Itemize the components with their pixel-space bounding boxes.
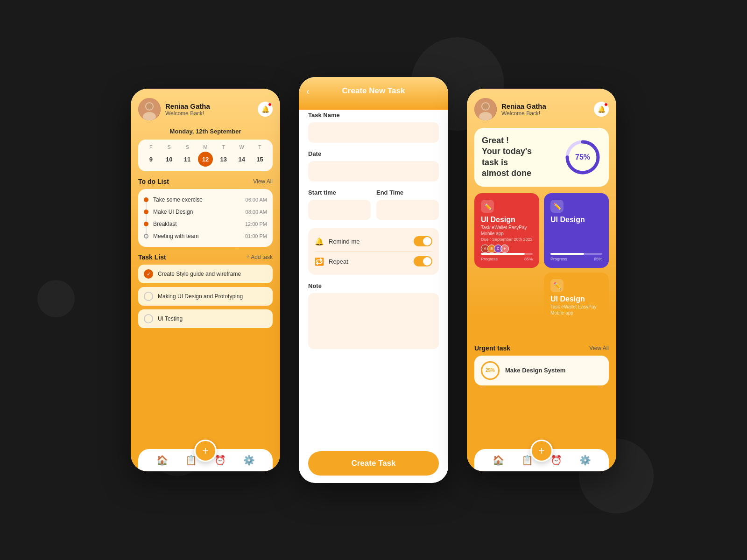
todo-item-3[interactable]: Meeting with team 01:00 PM <box>144 230 267 242</box>
cal-day-5[interactable]: W <box>234 144 249 150</box>
todo-view-all[interactable]: View All <box>253 178 273 185</box>
nav-settings-icon[interactable]: ⚙️ <box>243 455 255 466</box>
time-row: Start time End Time <box>308 189 439 220</box>
phone2-header: ‹ Create New Task <box>299 77 448 110</box>
urgent-circle: 25% <box>481 361 500 380</box>
task-card-red[interactable]: ✏️ UI Design Task eWallet EasyPay Mobile… <box>474 193 539 268</box>
todo-dot-3 <box>144 234 148 238</box>
tc-title-yellow: UI Design <box>550 295 602 303</box>
back-button[interactable]: ‹ <box>306 86 310 97</box>
phone1: Reniaa Gatha Welcome Back! 🔔 Monday, 12t… <box>131 89 280 471</box>
todo-name-3: Meeting with team <box>153 233 245 239</box>
repeat-icon: 🔁 <box>315 257 324 266</box>
task-item-0[interactable]: ✓ Create Style guide and wireframe <box>138 265 273 283</box>
nav-plus-button[interactable]: + <box>194 440 217 462</box>
task-check-1[interactable] <box>144 292 153 301</box>
progress-label-red: Progress <box>481 257 498 261</box>
start-time-input[interactable] <box>308 200 371 220</box>
user-name: Reniaa Gatha <box>165 102 258 110</box>
add-task-link[interactable]: + Add task <box>247 254 273 260</box>
progress-circle: 75% <box>564 139 601 176</box>
todo-section-header: To do List View All <box>138 178 273 185</box>
task-card-yellow[interactable]: ✏️ UI Design Task eWallet EasyPay Mobile… <box>544 273 609 338</box>
todo-item-1[interactable]: Make UI Design 08:00 AM <box>144 206 267 218</box>
page-title: Create New Task <box>342 86 405 96</box>
user-info3: Reniaa Gatha Welcome Back! <box>501 102 594 117</box>
user-name3: Reniaa Gatha <box>501 102 594 110</box>
repeat-toggle[interactable] <box>414 256 432 266</box>
cal-date-15[interactable]: 15 <box>252 152 267 167</box>
nav-tasks-icon[interactable]: 📋 <box>185 455 197 466</box>
progress-percent: 75% <box>575 153 590 161</box>
tc-title-red: UI Design <box>481 216 533 224</box>
urgent-view-all[interactable]: View All <box>589 345 609 351</box>
todo-item-2[interactable]: Breakfast 12:00 PM <box>144 218 267 230</box>
tc-icon-red: ✏️ <box>481 200 494 213</box>
remind-toggle[interactable] <box>414 236 432 246</box>
note-input[interactable] <box>308 293 439 349</box>
cal-date-11[interactable]: 11 <box>180 152 195 167</box>
task-card-purple[interactable]: ✏️ UI Design Progress 65% <box>544 193 609 268</box>
nav3-plus-button[interactable]: + <box>530 440 553 462</box>
tc-icon-purple: ✏️ <box>550 200 564 213</box>
todo-time-0: 06:00 AM <box>246 197 267 203</box>
cal-day-2[interactable]: S <box>180 144 195 150</box>
bottom-nav: 🏠 📋 + ⏰ ⚙️ <box>138 449 273 471</box>
phone1-header: Reniaa Gatha Welcome Back! 🔔 <box>138 98 273 120</box>
bell-dot <box>268 103 272 106</box>
cal-date-10[interactable]: 10 <box>162 152 176 167</box>
task-check-2[interactable] <box>144 314 153 323</box>
phone3-header: Reniaa Gatha Welcome Back! 🔔 <box>474 98 609 120</box>
bell-button3[interactable]: 🔔 <box>594 102 609 117</box>
nav3-tasks-icon[interactable]: 📋 <box>521 455 533 466</box>
create-task-form: Task Name Date Start time End Time 🔔 Rem… <box>299 100 448 444</box>
todo-item-0[interactable]: Take some exercise 06:00 AM <box>144 194 267 206</box>
todo-time-3: 01:00 PM <box>245 233 267 239</box>
user-info: Reniaa Gatha Welcome Back! <box>165 102 258 117</box>
task-label-2: UI Testing <box>158 315 183 322</box>
progress-meta-purple: Progress 65% <box>550 257 602 261</box>
urgent-title: Urgent task <box>474 344 510 352</box>
nav-home-icon[interactable]: 🏠 <box>156 455 168 466</box>
cal-day-1[interactable]: S <box>162 144 176 150</box>
todo-time-1: 08:00 AM <box>246 209 267 215</box>
end-time-label: End Time <box>376 189 439 196</box>
bell-button[interactable]: 🔔 <box>258 102 273 117</box>
svg-point-7 <box>482 103 489 110</box>
task-list-title: Task List <box>138 253 166 261</box>
cal-day-3[interactable]: M <box>198 144 213 150</box>
cal-day-6[interactable]: T <box>252 144 267 150</box>
cal-day-4[interactable]: T <box>216 144 231 150</box>
nav-clock-icon[interactable]: ⏰ <box>214 455 226 466</box>
task-item-1[interactable]: Making UI Design and Prototyping <box>138 287 273 306</box>
date-input[interactable] <box>308 161 439 182</box>
tc-sub-yellow: Task eWallet EasyPay <box>550 304 602 309</box>
task-check-0[interactable]: ✓ <box>144 269 153 279</box>
tc-icon-yellow: ✏️ <box>550 279 564 292</box>
cal-day-0[interactable]: F <box>143 144 158 150</box>
progress-text: Great !Your today'stask isalmost done <box>482 135 532 179</box>
cal-date-12[interactable]: 12 <box>198 152 213 167</box>
cal-date-9[interactable]: 9 <box>143 152 158 167</box>
task-cards-grid: ✏️ UI Design Task eWallet EasyPay Mobile… <box>474 193 609 338</box>
nav3-home-icon[interactable]: 🏠 <box>493 455 504 466</box>
end-time-input[interactable] <box>376 200 439 220</box>
cal-date-13[interactable]: 13 <box>216 152 231 167</box>
progress-card: Great !Your today'stask isalmost done 75… <box>474 128 609 187</box>
progress-fill-purple <box>550 253 584 255</box>
nav3-clock-icon[interactable]: ⏰ <box>550 455 562 466</box>
tc-avatars-red: A B C + <box>481 245 533 253</box>
task-item-2[interactable]: UI Testing <box>138 309 273 328</box>
urgent-task-item[interactable]: 25% Make Design System <box>474 356 609 385</box>
tc-sub-red: Task eWallet EasyPay <box>481 225 533 230</box>
todo-name-2: Breakfast <box>153 221 245 227</box>
task-name-input[interactable] <box>308 122 439 143</box>
nav3-settings-icon[interactable]: ⚙️ <box>579 455 591 466</box>
progress-label-purple: Progress <box>550 257 567 261</box>
tc-extra-yellow: Mobile app <box>550 310 602 315</box>
cal-date-14[interactable]: 14 <box>234 152 249 167</box>
create-task-button[interactable]: Create Task <box>308 451 439 476</box>
remind-row: 🔔 Remind me <box>315 233 432 249</box>
progress-fill-red <box>481 253 525 255</box>
todo-time-2: 12:00 PM <box>245 221 267 227</box>
